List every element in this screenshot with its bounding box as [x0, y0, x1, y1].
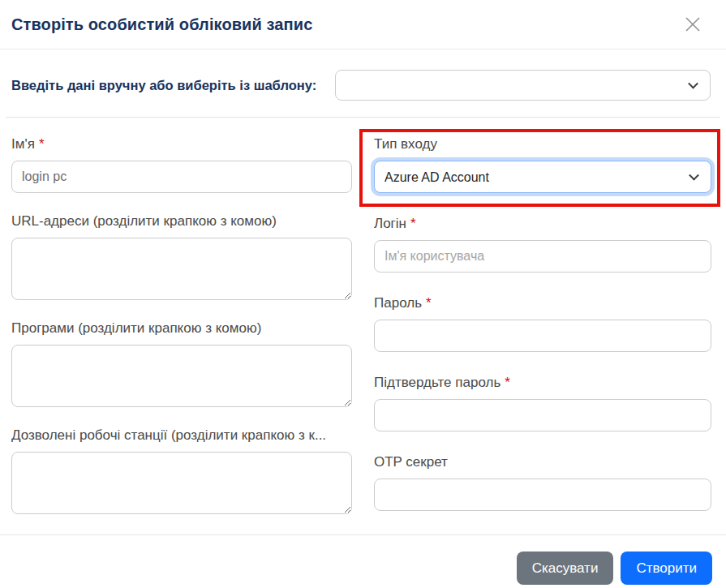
create-account-modal: Створіть особистий обліковий запис Введі… [0, 0, 726, 588]
cancel-button[interactable]: Скасувати [517, 552, 614, 585]
otp-secret-input[interactable] [374, 479, 711, 511]
programs-textarea[interactable] [11, 345, 352, 407]
login-type-group: Тип входу Azure AD Account [374, 136, 711, 193]
close-button[interactable] [681, 12, 705, 36]
required-asterisk: * [426, 295, 432, 311]
login-type-label: Тип входу [374, 136, 711, 152]
password-input[interactable] [374, 320, 711, 352]
urls-label: URL-адреси (розділити крапкою з комою) [11, 213, 352, 230]
close-icon [684, 15, 702, 33]
page-title: Створіть особистий обліковий запис [11, 15, 312, 34]
login-label: Логін* [374, 216, 711, 232]
workstations-field-group: Дозволені робочі станції (розділити крап… [11, 427, 352, 514]
template-row: Введіть дані вручну або виберіть із шабл… [0, 49, 726, 101]
form-grid: Ім'я* URL-адреси (розділити крапкою з ко… [0, 118, 726, 534]
template-label: Введіть дані вручну або виберіть із шабл… [11, 78, 335, 93]
programs-field-group: Програми (розділити крапкою з комою) [11, 320, 352, 407]
workstations-textarea[interactable] [11, 452, 352, 514]
name-input[interactable] [11, 161, 352, 193]
login-input[interactable] [374, 240, 711, 273]
otp-field-group: OTP секрет [374, 454, 711, 511]
name-label: Ім'я* [11, 136, 352, 152]
required-asterisk: * [39, 136, 45, 152]
confirm-password-label: Підтвердьте пароль* [374, 375, 711, 391]
workstations-label: Дозволені робочі станції (розділити крап… [11, 427, 352, 444]
login-type-select[interactable]: Azure AD Account [374, 161, 711, 193]
urls-field-group: URL-адреси (розділити крапкою з комою) [11, 213, 352, 300]
right-column: Тип входу Azure AD Account Логін* Пароль… [374, 136, 711, 534]
required-asterisk: * [505, 375, 510, 390]
left-column: Ім'я* URL-адреси (розділити крапкою з ко… [11, 136, 352, 534]
template-select[interactable] [335, 70, 711, 101]
confirm-password-field-group: Підтвердьте пароль* [374, 375, 711, 431]
create-button[interactable]: Створити [621, 552, 712, 585]
login-type-select-wrap: Azure AD Account [374, 161, 711, 193]
name-field-group: Ім'я* [11, 136, 352, 193]
programs-label: Програми (розділити крапкою з комою) [11, 320, 352, 337]
required-asterisk: * [410, 216, 416, 231]
template-select-wrap [335, 70, 711, 101]
modal-header: Створіть особистий обліковий запис [0, 0, 726, 49]
modal-footer: Скасувати Створити [0, 534, 726, 588]
urls-textarea[interactable] [11, 238, 352, 300]
password-label: Пароль* [374, 295, 711, 311]
otp-secret-label: OTP секрет [374, 454, 711, 470]
confirm-password-input[interactable] [374, 399, 711, 431]
login-field-group: Логін* [374, 216, 711, 273]
password-field-group: Пароль* [374, 295, 711, 352]
